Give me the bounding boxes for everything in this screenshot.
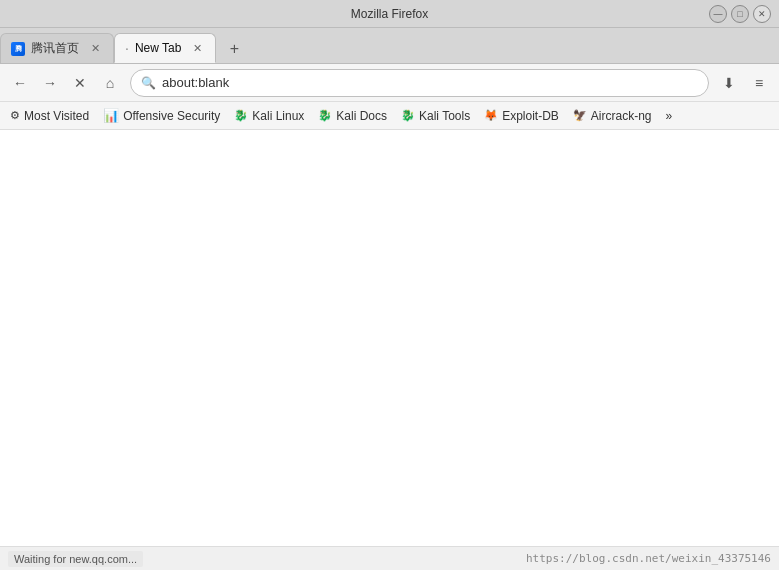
home-icon: ⌂ [106,75,114,91]
kali-docs-icon: 🐉 [318,109,332,122]
kali-linux-label: Kali Linux [252,109,304,123]
tencent-favicon: 腾 [11,42,25,56]
nav-actions: ⬇ ≡ [715,69,773,97]
kali-docs-label: Kali Docs [336,109,387,123]
tab-tencent[interactable]: 腾 腾讯首页 ✕ [0,33,114,63]
address-bar[interactable]: 🔍 [130,69,709,97]
home-button[interactable]: ⌂ [96,69,124,97]
bookmark-exploit-db[interactable]: 🦊 Exploit-DB [478,107,565,125]
maximize-button[interactable]: □ [731,5,749,23]
bookmark-kali-docs[interactable]: 🐉 Kali Docs [312,107,393,125]
window-controls: — □ ✕ [709,5,771,23]
bookmark-offensive-security[interactable]: 📊 Offensive Security [97,106,226,125]
forward-icon: → [43,75,57,91]
new-tab-button[interactable]: + [220,35,248,63]
offensive-security-icon: 📊 [103,108,119,123]
bookmark-kali-tools[interactable]: 🐉 Kali Tools [395,107,476,125]
bookmarks-bar: ⚙ Most Visited 📊 Offensive Security 🐉 Ka… [0,102,779,130]
download-button[interactable]: ⬇ [715,69,743,97]
new-tab-favicon: · [125,40,129,56]
back-button[interactable]: ← [6,69,34,97]
window-title: Mozilla Firefox [351,7,428,21]
more-icon: ≡ [755,75,763,91]
tab-tencent-title: 腾讯首页 [31,40,79,57]
tab-new-title: New Tab [135,41,181,55]
exploit-db-label: Exploit-DB [502,109,559,123]
kali-tools-label: Kali Tools [419,109,470,123]
bookmark-kali-linux[interactable]: 🐉 Kali Linux [228,107,310,125]
tab-new[interactable]: · New Tab ✕ [114,33,216,63]
offensive-security-label: Offensive Security [123,109,220,123]
overflow-icon: » [666,109,673,123]
minimize-button[interactable]: — [709,5,727,23]
bookmark-aircrack-ng[interactable]: 🦅 Aircrack-ng [567,107,658,125]
stop-button[interactable]: ✕ [66,69,94,97]
status-url: https://blog.csdn.net/weixin_43375146 [526,552,771,565]
tab-tencent-close[interactable]: ✕ [87,41,103,57]
tab-bar: 腾 腾讯首页 ✕ · New Tab ✕ + [0,28,779,64]
close-window-button[interactable]: ✕ [753,5,771,23]
forward-button[interactable]: → [36,69,64,97]
status-bar: Waiting for new.qq.com... https://blog.c… [0,546,779,570]
aircrack-ng-label: Aircrack-ng [591,109,652,123]
most-visited-icon: ⚙ [10,109,20,122]
address-search-icon: 🔍 [141,76,156,90]
kali-linux-icon: 🐉 [234,109,248,122]
tab-new-close[interactable]: ✕ [189,40,205,56]
most-visited-label: Most Visited [24,109,89,123]
title-bar: Mozilla Firefox — □ ✕ [0,0,779,28]
loading-status: Waiting for new.qq.com... [8,551,143,567]
kali-tools-icon: 🐉 [401,109,415,122]
back-icon: ← [13,75,27,91]
page-content [0,130,779,546]
stop-icon: ✕ [74,75,86,91]
aircrack-ng-icon: 🦅 [573,109,587,122]
nav-bar: ← → ✕ ⌂ 🔍 ⬇ ≡ [0,64,779,102]
more-button[interactable]: ≡ [745,69,773,97]
bookmark-most-visited[interactable]: ⚙ Most Visited [4,107,95,125]
bookmark-overflow[interactable]: » [660,107,679,125]
exploit-db-icon: 🦊 [484,109,498,122]
address-input[interactable] [162,75,698,90]
download-icon: ⬇ [723,75,735,91]
